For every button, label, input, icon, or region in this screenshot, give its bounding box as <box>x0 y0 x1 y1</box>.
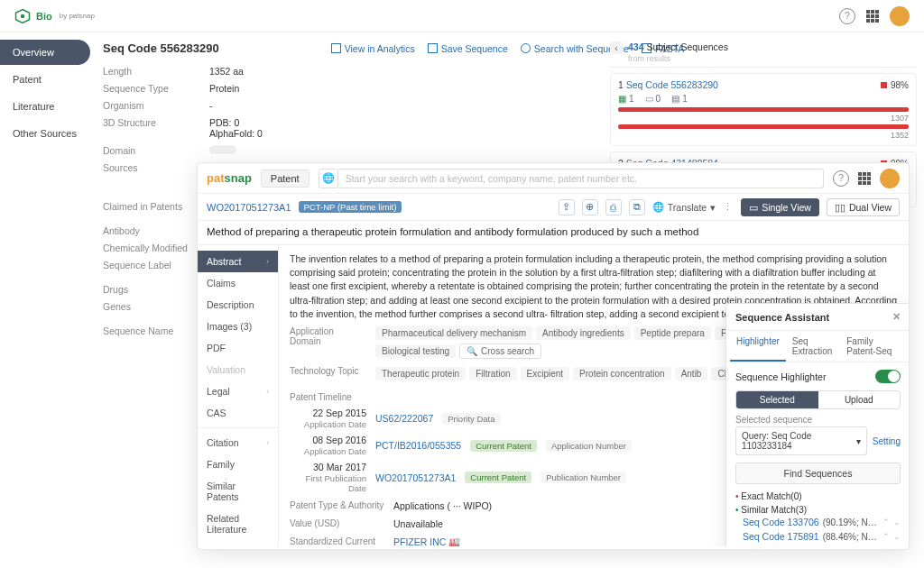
save-sequence-button[interactable]: Save Sequence <box>428 43 508 54</box>
subject-count-label: Subject Sequences <box>646 41 727 52</box>
single-view-button[interactable]: ▭ Single View <box>741 198 819 216</box>
nav-patent[interactable]: Patent <box>0 67 90 92</box>
nav-literature[interactable]: Literature <box>0 94 90 119</box>
patent-main: The invention relates to a method of pre… <box>279 245 909 546</box>
chip[interactable]: Protein concentration <box>573 367 671 380</box>
match-row[interactable]: Seq Code 175891(88.46%; Name in Docum…⌃⌄ <box>726 529 909 544</box>
chip[interactable]: Excipient <box>521 367 570 380</box>
close-icon[interactable]: ✕ <box>892 311 901 323</box>
meta-organism-value: - <box>209 100 491 111</box>
meta-chem-label: Chemically Modified <box>103 243 202 253</box>
chip[interactable]: Filtration <box>469 367 516 380</box>
seq-card-link[interactable]: Seq Code 556283290 <box>626 79 718 90</box>
chevron-up-icon[interactable]: ⌃ <box>882 518 890 527</box>
timeline-link[interactable]: US62/222067 <box>375 413 433 424</box>
group-similar[interactable]: Similar Match(3) <box>726 501 909 515</box>
meta-type-value: Protein <box>209 83 491 94</box>
db-icon: ▤ <box>671 94 679 104</box>
meta-genes-label: Genes <box>103 301 202 312</box>
subject-sequence-card[interactable]: 1 Seq Code 556283290 98% ▦1 ▭0 ▤1 1307 1… <box>610 73 917 146</box>
meta-sources-label: Sources <box>103 162 202 195</box>
tab-valuation: Valuation <box>198 359 278 380</box>
hub-patent-button[interactable]: Patent <box>261 169 310 188</box>
chip[interactable]: Biological testing <box>375 344 456 358</box>
highlighter-toggle[interactable] <box>875 370 901 383</box>
assist-tab-highlighter[interactable]: Highlighter <box>730 331 786 362</box>
analytics-icon <box>331 43 341 53</box>
match-row[interactable]: Seq Code 133706(90.19%; Name in Docum…⌃⌄ <box>726 515 909 529</box>
tab-pdf[interactable]: PDF <box>198 337 278 359</box>
avatar[interactable] <box>890 6 910 26</box>
apps-icon[interactable] <box>866 10 879 23</box>
highlighter-toggle-label: Sequence Highlighter <box>735 371 826 382</box>
find-sequences-button[interactable]: Find Sequences <box>735 463 901 484</box>
timeline-tag: Current Patent <box>470 440 537 452</box>
subject-count: 434 <box>628 41 644 52</box>
more-menu-icon[interactable]: ⋮ <box>723 201 734 213</box>
timeline-link[interactable]: PCT/IB2016/055355 <box>375 440 461 451</box>
save-icon <box>428 43 438 53</box>
timeline-tag: Current Patent <box>465 472 531 483</box>
match-row[interactable]: Seq Code 32694(84.44%; Name in Docume…⌃⌄ <box>726 544 909 546</box>
chip[interactable]: Antib <box>675 367 708 380</box>
translate-dropdown[interactable]: 🌐 Translate ▾ <box>652 201 716 213</box>
patent-number[interactable]: WO2017051273A1 <box>207 202 291 213</box>
selected-seq-label: Selected sequence <box>726 409 909 426</box>
tab-cas[interactable]: CAS <box>198 402 278 424</box>
bio-logo-text: Bio <box>36 11 52 22</box>
help-icon[interactable]: ? <box>833 170 849 187</box>
meta-seqname-label: Sequence Name <box>103 318 202 336</box>
assignee-value[interactable]: PFIZER INC 🏭 <box>393 536 460 546</box>
filter-icon[interactable]: ‹ <box>610 41 623 54</box>
seg-selected[interactable]: Selected <box>736 391 818 408</box>
copy-icon[interactable]: ⧉ <box>629 199 645 215</box>
meta-drugs-label: Drugs <box>103 277 202 295</box>
bio-sidebar: Overview Patent Literature Other Sources <box>0 32 90 568</box>
nav-other-sources[interactable]: Other Sources <box>0 121 90 146</box>
bio-logo-icon <box>14 8 31 24</box>
seg-upload[interactable]: Upload <box>818 391 901 408</box>
tab-abstract[interactable]: Abstract› <box>198 251 278 272</box>
assist-tab-family[interactable]: Family Patent-Seq <box>840 331 906 362</box>
cross-search-button[interactable]: 🔍Cross search <box>459 344 541 359</box>
group-exact[interactable]: Exact Match(0) <box>726 488 909 501</box>
global-search-input[interactable]: Start your search with a keyword, compan… <box>338 169 824 188</box>
help-icon[interactable]: ? <box>839 8 855 24</box>
globe-icon[interactable]: 🌐 <box>319 169 338 188</box>
selected-seq-dropdown[interactable]: Query: Seq Code 1103233184▾ <box>735 426 867 455</box>
assist-tab-extraction[interactable]: Seq Extraction <box>786 331 840 362</box>
chip[interactable]: Antibody ingredients <box>536 326 631 340</box>
tab-legal[interactable]: Legal› <box>198 380 278 402</box>
value-value: Unavailable <box>393 518 443 529</box>
export-icon[interactable]: ⊕ <box>582 199 598 215</box>
chip[interactable]: Therapeutic protein <box>375 367 466 380</box>
tab-similar[interactable]: Similar Patents <box>198 475 278 508</box>
tab-claims[interactable]: Claims <box>198 272 278 294</box>
tab-citation[interactable]: Citation› <box>198 432 278 453</box>
match-pct: 98% <box>881 80 909 90</box>
timeline-subtag: Publication Number <box>541 472 626 483</box>
patent-icon: ▦ <box>618 94 626 104</box>
dual-view-button[interactable]: ▯▯ Dual View <box>827 198 900 216</box>
tab-related[interactable]: Related Literature <box>198 508 278 540</box>
nav-overview[interactable]: Overview <box>0 40 90 65</box>
tab-images[interactable]: Images (3) <box>198 316 278 337</box>
meta-type-label: Sequence Type <box>103 83 202 94</box>
avatar[interactable] <box>880 169 900 188</box>
view-analytics-button[interactable]: View in Analytics <box>331 43 415 54</box>
chip[interactable]: Peptide prepara <box>634 326 711 340</box>
tab-description[interactable]: Description <box>198 294 278 316</box>
bio-logo: Bio by patsnap <box>14 8 95 24</box>
chevron-down-icon[interactable]: ⌄ <box>893 532 901 541</box>
apps-icon[interactable] <box>858 172 871 185</box>
share-icon[interactable]: ⇪ <box>559 199 575 215</box>
meta-organism-label: Organism <box>103 100 202 111</box>
tab-family[interactable]: Family <box>198 453 278 475</box>
chip[interactable]: Pharmaceutical delivery mechanism <box>375 326 532 340</box>
tech-topic-label: Technology Topic <box>290 366 366 376</box>
setting-link[interactable]: Setting <box>873 436 901 446</box>
chevron-up-icon[interactable]: ⌃ <box>882 532 890 541</box>
chevron-down-icon[interactable]: ⌄ <box>893 518 901 527</box>
timeline-link[interactable]: WO2017051273A1 <box>375 472 456 483</box>
print-icon[interactable]: ⎙ <box>605 199 622 215</box>
